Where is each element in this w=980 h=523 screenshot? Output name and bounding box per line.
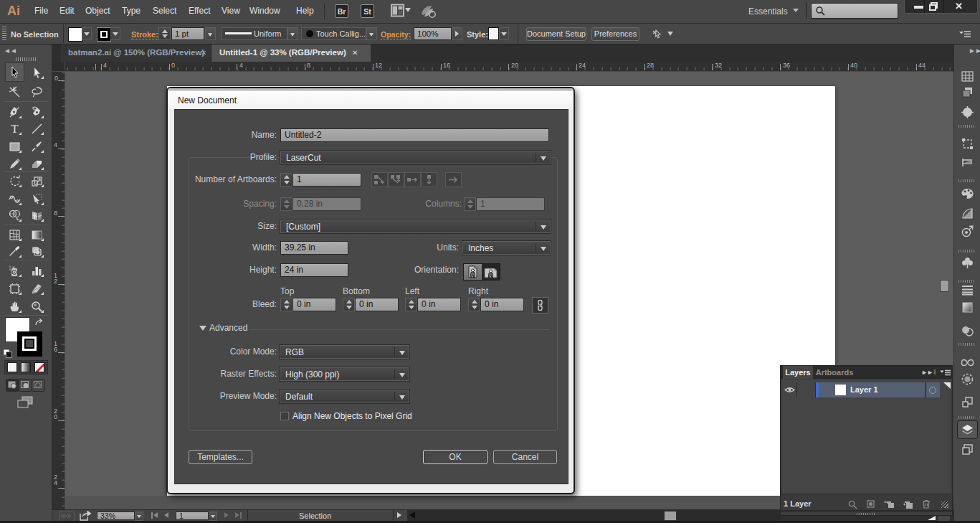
svg-text:T: T [11,123,19,135]
